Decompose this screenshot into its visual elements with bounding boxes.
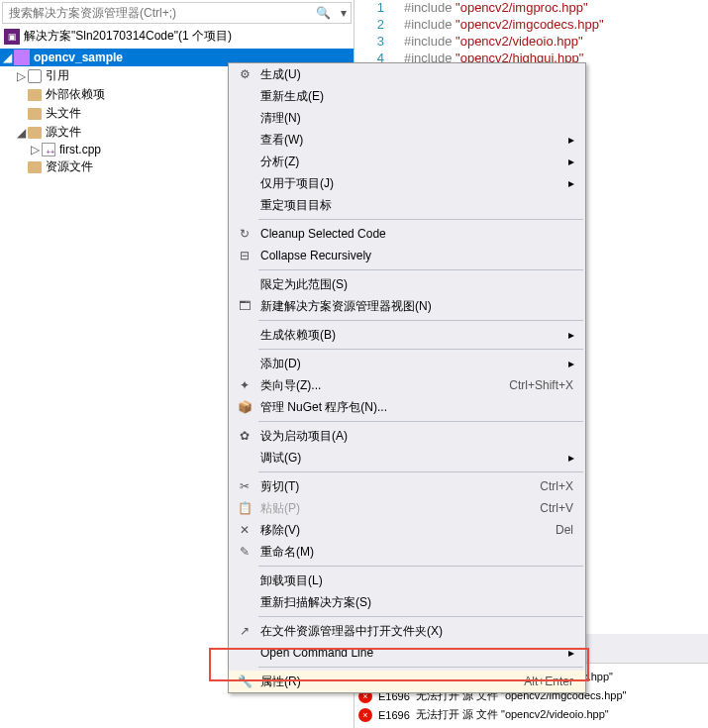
properties-icon: 🔧	[233, 675, 256, 688]
menu-properties[interactable]: 🔧属性(R)Alt+Enter	[229, 671, 585, 692]
expander-icon[interactable]: ◢	[0, 51, 14, 64]
menu-separator	[258, 421, 583, 422]
submenu-arrow-icon: ▸	[565, 133, 577, 147]
tree-label: 源文件	[46, 124, 81, 141]
solution-node[interactable]: ▣ 解决方案"Sln20170314Code"(1 个项目)	[0, 26, 354, 47]
menu-unload[interactable]: 卸载项目(L)	[229, 570, 585, 591]
menu-rebuild[interactable]: 重新生成(E)	[229, 85, 585, 107]
submenu-arrow-icon: ▸	[565, 646, 577, 660]
menu-separator	[258, 566, 583, 567]
menu-clean[interactable]: 清理(N)	[229, 107, 585, 129]
menu-paste: 📋粘贴(P)Ctrl+V	[229, 497, 585, 519]
collapse-icon: ⊟	[233, 249, 256, 262]
menu-scope[interactable]: 限定为此范围(S)	[229, 273, 585, 295]
menu-nuget[interactable]: 📦管理 NuGet 程序包(N)...	[229, 396, 585, 418]
references-icon	[28, 69, 42, 83]
menu-rename[interactable]: ✎重命名(M)	[229, 541, 585, 563]
menu-cleanup-code[interactable]: ↻Cleanup Selected Code	[229, 223, 585, 245]
remove-icon: ✕	[233, 523, 256, 537]
submenu-arrow-icon: ▸	[565, 328, 577, 342]
search-input[interactable]	[3, 4, 310, 22]
tree-label: 引用	[46, 67, 69, 84]
menu-open-folder[interactable]: ↗在文件资源管理器中打开文件夹(X)	[229, 620, 585, 642]
expander-icon[interactable]: ▷	[14, 69, 28, 83]
folder-icon	[28, 108, 42, 120]
cleanup-icon: ↻	[233, 227, 256, 241]
menu-separator	[258, 667, 583, 668]
submenu-arrow-icon: ▸	[565, 451, 577, 465]
solution-label: 解决方案"Sln20170314Code"(1 个项目)	[24, 28, 232, 45]
expander-icon[interactable]: ◢	[14, 126, 28, 140]
menu-analyze[interactable]: 分析(Z)▸	[229, 151, 585, 172]
menu-separator	[258, 269, 583, 270]
vs-icon: ▣	[4, 29, 20, 45]
menu-build[interactable]: ⚙生成(U)	[229, 63, 585, 85]
folder-icon	[28, 89, 42, 101]
menu-collapse[interactable]: ⊟Collapse Recursively	[229, 245, 585, 266]
menu-separator	[258, 349, 583, 350]
menu-cut[interactable]: ✂剪切(T)Ctrl+X	[229, 475, 585, 497]
error-row[interactable]: ×E1696无法打开 源 文件 "opencv2/videoio.hpp"	[358, 705, 704, 724]
open-folder-icon: ↗	[233, 624, 256, 638]
build-icon: ⚙	[233, 67, 256, 81]
menu-separator	[258, 320, 583, 321]
menu-build-deps[interactable]: 生成依赖项(B)▸	[229, 324, 585, 346]
search-icon[interactable]: 🔍	[310, 6, 337, 20]
cpp-project-icon	[14, 50, 30, 65]
menu-project-only[interactable]: 仅用于项目(J)▸	[229, 172, 585, 194]
rename-icon: ✎	[233, 545, 256, 559]
expander-icon[interactable]: ▷	[28, 143, 42, 156]
line-gutter: 1234	[354, 0, 394, 67]
menu-separator	[258, 471, 583, 472]
menu-separator	[258, 616, 583, 617]
folder-icon	[28, 127, 42, 139]
menu-view[interactable]: 查看(W)▸	[229, 129, 585, 151]
submenu-arrow-icon: ▸	[565, 176, 577, 190]
tree-label: first.cpp	[59, 143, 101, 156]
cpp-file-icon	[42, 143, 55, 156]
submenu-arrow-icon: ▸	[565, 357, 577, 370]
tree-label: 资源文件	[46, 158, 93, 175]
menu-separator	[258, 219, 583, 220]
menu-class-wizard[interactable]: ✦类向导(Z)...Ctrl+Shift+X	[229, 374, 585, 396]
context-menu: ⚙生成(U) 重新生成(E) 清理(N) 查看(W)▸ 分析(Z)▸ 仅用于项目…	[228, 62, 586, 693]
menu-debug[interactable]: 调试(G)▸	[229, 447, 585, 468]
menu-startup[interactable]: ✿设为启动项目(A)	[229, 425, 585, 447]
startup-icon: ✿	[233, 429, 256, 443]
submenu-arrow-icon: ▸	[565, 155, 577, 168]
folder-icon	[28, 161, 42, 173]
search-bar: 🔍 ▾	[2, 2, 352, 24]
tree-label: 头文件	[46, 105, 81, 122]
menu-open-cmd[interactable]: Open Command Line▸	[229, 642, 585, 664]
class-wizard-icon: ✦	[233, 378, 256, 392]
nuget-icon: 📦	[233, 400, 256, 414]
menu-remove[interactable]: ✕移除(V)Del	[229, 519, 585, 541]
menu-new-view[interactable]: 🗔新建解决方案资源管理器视图(N)	[229, 295, 585, 317]
menu-rescan[interactable]: 重新扫描解决方案(S)	[229, 591, 585, 613]
new-view-icon: 🗔	[233, 299, 256, 313]
error-icon: ×	[358, 708, 372, 722]
search-dropdown[interactable]: ▾	[337, 6, 351, 20]
cut-icon: ✂	[233, 479, 256, 493]
menu-add[interactable]: 添加(D)▸	[229, 353, 585, 374]
project-label: opencv_sample	[34, 51, 123, 64]
menu-retarget[interactable]: 重定项目目标	[229, 194, 585, 216]
tree-label: 外部依赖项	[46, 86, 105, 103]
paste-icon: 📋	[233, 501, 256, 515]
